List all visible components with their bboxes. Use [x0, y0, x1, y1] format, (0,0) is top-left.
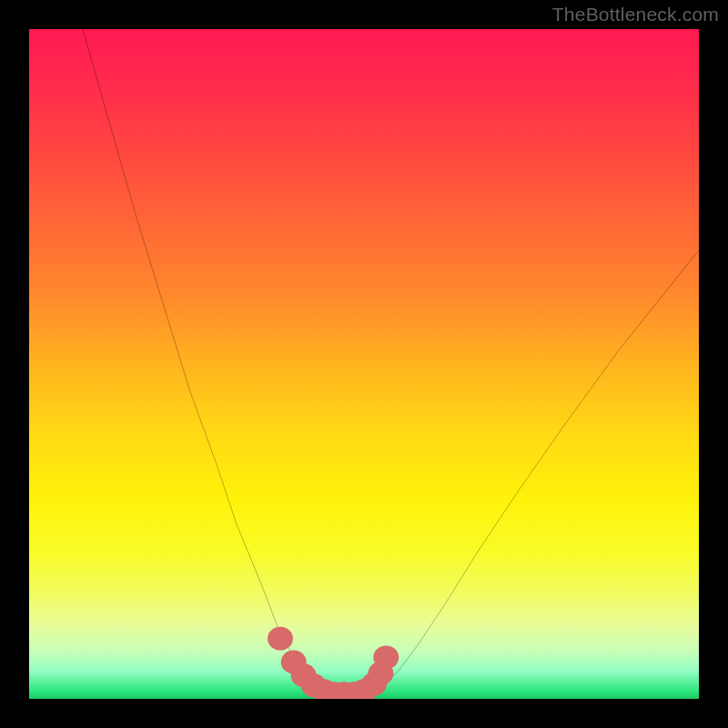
highlight-dot: [271, 630, 290, 647]
highlight-dots-group: [271, 630, 396, 699]
highlight-dot: [377, 649, 396, 666]
chart-frame: TheBottleneck.com: [0, 0, 728, 728]
watermark-text: TheBottleneck.com: [552, 4, 719, 25]
bottleneck-curve: [83, 29, 699, 695]
chart-svg: [29, 29, 699, 699]
plot-area: [29, 29, 699, 699]
